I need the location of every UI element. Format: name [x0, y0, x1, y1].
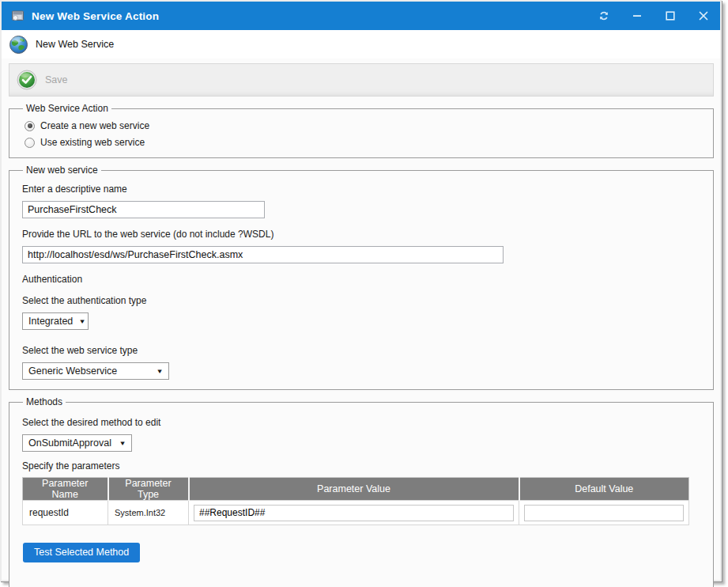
authentication-section-label: Authentication — [22, 274, 700, 285]
maximize-button[interactable] — [663, 9, 677, 23]
service-url-label: Provide the URL to the web service (do n… — [22, 229, 700, 240]
test-selected-method-button[interactable]: Test Selected Method — [23, 543, 140, 562]
screen: New Web Service Action — [0, 0, 728, 587]
new-service-groupbox: New web service Enter a descriptive name… — [9, 165, 714, 390]
radio-use-existing-web-service[interactable] — [25, 138, 35, 148]
app-header: New Web Service — [2, 30, 720, 59]
close-icon — [699, 11, 708, 21]
action-groupbox: Web Service Action Create a new web serv… — [9, 103, 714, 158]
service-type-dropdown-value: Generic Webservice — [28, 365, 117, 377]
window-title: New Web Service Action — [32, 10, 159, 22]
chevron-down-icon: ▼ — [119, 440, 126, 447]
method-dropdown-value: OnSubmitApproval — [28, 437, 111, 449]
auth-type-dropdown-value: Integrated — [28, 316, 73, 327]
descriptive-name-input[interactable] — [22, 201, 265, 218]
column-header-parameter-value: Parameter Value — [189, 478, 519, 501]
save-button[interactable]: Save — [17, 70, 68, 90]
parameter-name-cell: requestId — [23, 501, 108, 525]
header-title: New Web Service — [36, 39, 114, 50]
refresh-icon — [598, 10, 609, 21]
close-button[interactable] — [696, 9, 711, 23]
save-check-icon — [17, 70, 37, 90]
app-window-icon — [11, 9, 25, 22]
parameters-table-header-row: Parameter Name Parameter Type Parameter … — [23, 478, 689, 501]
parameter-value-cell — [189, 501, 519, 525]
descriptive-name-label: Enter a descriptive name — [22, 184, 700, 195]
default-value-input[interactable] — [524, 505, 684, 521]
save-button-label: Save — [45, 74, 68, 85]
service-url-input[interactable] — [22, 246, 504, 263]
action-groupbox-legend: Web Service Action — [23, 103, 111, 114]
default-value-cell — [519, 501, 689, 525]
auth-type-label: Select the authentication type — [22, 295, 700, 306]
methods-groupbox-legend: Methods — [23, 396, 66, 407]
parameters-table: Parameter Name Parameter Type Parameter … — [22, 477, 689, 525]
auth-type-dropdown[interactable]: Integrated ▼ — [22, 312, 89, 330]
new-service-groupbox-legend: New web service — [23, 165, 101, 176]
service-type-label: Select the web service type — [22, 345, 700, 356]
methods-groupbox: Methods Select the desired method to edi… — [9, 396, 714, 587]
radio-row-use-existing: Use existing web service — [25, 137, 700, 148]
toolbar: Save — [9, 63, 714, 97]
parameter-value-input[interactable] — [194, 505, 514, 521]
column-header-parameter-type: Parameter Type — [108, 478, 189, 501]
minimize-button[interactable] — [630, 9, 644, 23]
column-header-default-value: Default Value — [519, 478, 689, 501]
titlebar: New Web Service Action — [2, 2, 720, 30]
table-row: requestId System.Int32 — [23, 501, 689, 525]
radio-create-new-label: Create a new web service — [40, 120, 149, 131]
titlebar-buttons — [597, 9, 711, 23]
radio-use-existing-label: Use existing web service — [40, 137, 145, 148]
minimize-icon — [632, 11, 642, 21]
chevron-down-icon: ▼ — [79, 318, 86, 325]
parameter-type-cell: System.Int32 — [108, 501, 189, 525]
chevron-down-icon: ▼ — [156, 368, 163, 375]
method-dropdown[interactable]: OnSubmitApproval ▼ — [22, 434, 132, 452]
maximize-icon — [666, 11, 675, 21]
method-select-label: Select the desired method to edit — [22, 417, 700, 428]
radio-row-create-new: Create a new web service — [25, 120, 700, 131]
parameters-label: Specify the parameters — [22, 460, 700, 471]
refresh-button[interactable] — [597, 9, 611, 23]
globe-icon — [9, 35, 28, 55]
service-type-dropdown[interactable]: Generic Webservice ▼ — [22, 362, 169, 380]
radio-create-new-web-service[interactable] — [25, 121, 35, 131]
dialog-window: New Web Service Action — [0, 0, 722, 581]
column-header-parameter-name: Parameter Name — [23, 478, 108, 501]
